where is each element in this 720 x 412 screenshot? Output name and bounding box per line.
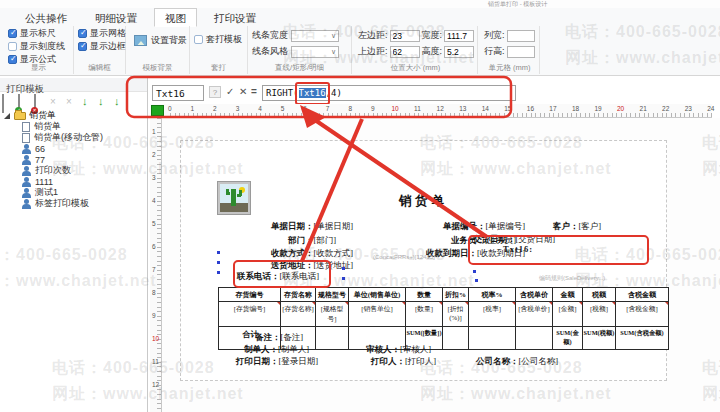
- ruler-number: 8: [152, 289, 156, 296]
- formula-help-icon[interactable]: ?: [209, 86, 221, 98]
- table-header-cell[interactable]: 规格型号: [316, 288, 349, 302]
- table-value-cell[interactable]: [存货编号]: [219, 302, 281, 327]
- field-remark[interactable]: 备注：[备注]: [255, 332, 303, 344]
- tree-item-77[interactable]: 77: [0, 154, 147, 165]
- tree-item-label: 1111: [35, 177, 53, 187]
- table-value-cell[interactable]: [规格型号]: [316, 302, 349, 327]
- table-header-cell[interactable]: 折扣%: [443, 288, 469, 302]
- table-value-cell[interactable]: [折扣(%)]: [443, 302, 469, 327]
- checkbox-show-gridline[interactable]: 显示刻度线: [8, 41, 73, 52]
- table-value-cell[interactable]: [数量]: [406, 302, 443, 327]
- tree-item-标签打印模板[interactable]: 标签打印模板: [0, 198, 147, 209]
- set-background-button[interactable]: 设置背景: [134, 34, 189, 47]
- checkbox-show-border[interactable]: 显示边框: [78, 41, 125, 52]
- selection-handle[interactable]: [342, 277, 345, 280]
- field-print-date[interactable]: 打印日期：[登录日期]: [236, 356, 318, 368]
- selection-handle[interactable]: [342, 267, 345, 270]
- selection-handle[interactable]: [473, 270, 476, 273]
- ruler-number: 12: [437, 105, 444, 112]
- table-header-cell[interactable]: 数量: [406, 288, 443, 302]
- import-down-icon[interactable]: ↓: [98, 95, 110, 108]
- table-value-cell[interactable]: [税额]: [583, 302, 616, 327]
- table-header-cell[interactable]: 含税单价: [516, 288, 553, 302]
- table-sum-cell[interactable]: [469, 327, 516, 350]
- tab-view[interactable]: 视图: [154, 8, 197, 27]
- template-title[interactable]: 销货单: [181, 193, 666, 210]
- formula-input[interactable]: RIGHT(Txt16,4): [262, 85, 516, 101]
- export-down-icon[interactable]: ↓: [82, 95, 94, 108]
- object-name-box[interactable]: Txt16: [152, 85, 204, 101]
- field-doc-no[interactable]: 单据编号：[单据编号]: [443, 221, 525, 233]
- ruler-number: 12: [152, 381, 159, 388]
- selection-handle[interactable]: [475, 279, 478, 282]
- tab-print-settings[interactable]: 打印设置: [203, 8, 267, 27]
- field-doc-date[interactable]: 单据日期：[单据日期]: [271, 221, 353, 233]
- formula-confirm-icon[interactable]: ✓: [226, 86, 234, 97]
- template-page[interactable]: 销货单 单据日期：[单据日期] 单据编号：[单据编号] 客户：[客户] 部门：[…: [180, 140, 667, 381]
- tree-item-label: 标签打印模板: [35, 197, 89, 210]
- new-template-icon[interactable]: [2, 95, 14, 108]
- field-txt16[interactable]: Txt16:: [503, 244, 533, 254]
- table-sum-cell[interactable]: SUM(含税金额): [616, 327, 669, 350]
- checkbox-show-ruler[interactable]: 显示标尺: [8, 28, 73, 39]
- design-canvas[interactable]: 销货单 单据日期：[单据日期] 单据编号：[单据编号] 客户：[客户] 部门：[…: [162, 118, 720, 412]
- table-value-cell[interactable]: [含税单价]: [516, 302, 553, 327]
- table-value-cell[interactable]: [销售单位]: [349, 302, 406, 327]
- field-printer[interactable]: 打印人：[打印人]: [371, 356, 436, 368]
- table-header-cell[interactable]: 税额: [583, 288, 616, 302]
- line-style-dropdown[interactable]: [291, 46, 339, 58]
- formula-cancel-icon[interactable]: ✕: [239, 86, 247, 97]
- tab-public-ops[interactable]: 公共操作: [14, 8, 78, 27]
- tree-item-1111[interactable]: 1111: [0, 176, 147, 187]
- tree-item-销货单(移动仓管)[interactable]: 销货单(移动仓管): [0, 132, 147, 143]
- left-margin-input[interactable]: [390, 30, 420, 42]
- panel-toolbar: ✓ ✕ × × ↓ ↓ ↓: [2, 93, 149, 109]
- table-value-cell[interactable]: [金额]: [553, 302, 583, 327]
- field-pay-way[interactable]: 收款方式：[收款方式]: [271, 248, 353, 260]
- table-value-cell[interactable]: [税率]: [469, 302, 516, 327]
- table-value-cell[interactable]: [存货名称]: [281, 302, 316, 327]
- table-sum-cell[interactable]: SUM(金额): [553, 327, 583, 350]
- height-input[interactable]: [444, 46, 474, 58]
- delete-template-icon[interactable]: ✕: [34, 95, 46, 108]
- ruler-number: 6: [152, 243, 156, 250]
- download-icon[interactable]: ↓: [114, 95, 126, 108]
- line-width-dropdown[interactable]: [291, 30, 339, 42]
- table-header-cell[interactable]: 存货编号: [219, 288, 281, 302]
- table-header-cell[interactable]: 金额: [553, 288, 583, 302]
- formula-highlighted-arg[interactable]: Txt16: [299, 88, 326, 98]
- tree-item-66[interactable]: 66: [0, 143, 147, 154]
- selection-handle[interactable]: [217, 271, 220, 274]
- tree-item-打印次数[interactable]: 打印次数: [0, 165, 147, 176]
- field-phone[interactable]: 联系电话：[联系电话]: [237, 271, 319, 283]
- field-customer[interactable]: 客户：[客户]: [553, 221, 601, 233]
- tree-root-salesorder[interactable]: 销货单: [0, 110, 147, 121]
- field-dept[interactable]: 部门：[部门]: [288, 235, 336, 247]
- field-company[interactable]: 公司名称：[公司名称]: [476, 356, 558, 368]
- ruler-number: 2: [152, 151, 156, 158]
- table-sum-cell[interactable]: SUM(税额): [583, 327, 616, 350]
- row-height-input[interactable]: [507, 46, 535, 58]
- tab-detail-settings[interactable]: 明细设置: [84, 8, 148, 27]
- ribbon: 公共操作 明细设置 视图 打印设置 显示标尺 显示刻度线 显示公式 显示: [0, 8, 720, 76]
- table-header-cell[interactable]: 税率%: [469, 288, 516, 302]
- selection-handle[interactable]: [217, 261, 220, 264]
- table-sum-cell[interactable]: [316, 327, 349, 350]
- title-bar: 销货单打印 - 模板设计: [0, 0, 720, 8]
- table-sum-cell[interactable]: [516, 327, 553, 350]
- table-value-cell[interactable]: [含税金额]: [616, 302, 669, 327]
- table-sum-cell[interactable]: [443, 327, 469, 350]
- field-maker[interactable]: 制单人：[制单人]: [244, 344, 309, 356]
- field-auditor[interactable]: 审核人：[审核人]: [366, 344, 431, 356]
- selection-handle[interactable]: [217, 251, 220, 254]
- table-header-cell[interactable]: 含税金额: [616, 288, 669, 302]
- checkbox-overlay-template[interactable]: 套打模板: [194, 34, 247, 45]
- save-template-icon[interactable]: ✓: [18, 95, 30, 108]
- top-margin-input[interactable]: [390, 46, 420, 58]
- expander-icon[interactable]: [4, 113, 10, 119]
- table-header-cell[interactable]: 存货名称: [281, 288, 316, 302]
- checkbox-show-grid[interactable]: 显示网格: [78, 28, 125, 39]
- table-header-cell[interactable]: 单位(销售单位): [349, 288, 406, 302]
- width-input[interactable]: [444, 30, 474, 42]
- col-width-input[interactable]: [507, 30, 535, 42]
